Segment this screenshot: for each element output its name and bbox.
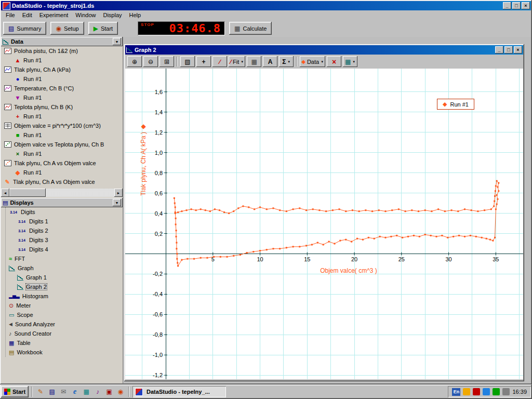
scroll-track[interactable] [9,189,114,197]
task-button-datastudio[interactable]: DataStudio - tepelny_... [132,386,226,397]
minimize-button[interactable]: _ [503,2,511,9]
quick-launch-icon[interactable]: ▦ [82,387,91,396]
display-item-table[interactable]: ▦ Table [6,338,123,348]
text-annotation-button[interactable]: A [263,56,277,67]
menu-bar: File Edit Experiment Window Display Help [1,10,531,20]
taskbar: Start ✎ ▤ ✉ e ▦ ♪ ▣ ◉ DataStudio - tepel… [0,384,532,399]
pencil-icon: ✎ [4,179,10,185]
data-item-teplota[interactable]: Teplota plynu, Ch B (K) [1,102,123,112]
display-item-graph[interactable]: Graph [6,263,123,273]
scroll-right-icon[interactable]: ► [114,189,123,197]
fit-menu-button[interactable]: ∕ Fit ▼ [229,56,245,67]
menu-file[interactable]: File [2,11,19,19]
run-item[interactable]: × Run #1 [1,149,123,158]
svg-text:-0,4: -0,4 [153,291,163,297]
display-item-sound-analyzer[interactable]: ◀ Sound Analyzer [6,320,123,329]
legend[interactable]: ◆ Run #1 [437,99,474,110]
scroll-thumb[interactable] [9,189,46,197]
tray-icon[interactable] [463,388,470,395]
plot-svg[interactable]: 1,61,41,21,00,80,60,40,2-0,2-0,4-0,6-0,8… [125,69,523,379]
start-menu-button[interactable]: Start [1,386,29,397]
plot-area[interactable]: 1,61,41,21,00,80,60,40,2-0,2-0,4-0,6-0,8… [125,69,523,379]
tray-icon[interactable] [502,388,510,395]
display-item-sound-creator[interactable]: ♪ Sound Creator [6,329,123,338]
display-item-digits-3[interactable]: 3.14 Digits 3 [6,235,123,245]
graph-settings-button[interactable]: ▦ ▼ [343,56,357,67]
remove-button[interactable]: × [327,56,341,67]
calculate-tool-button[interactable]: ▦ [247,56,261,67]
display-item-histogram[interactable]: ▂▅▃ Histogram [6,291,123,301]
scroll-left-icon[interactable]: ◄ [1,189,9,197]
displays-panel-dropdown-icon[interactable]: ▼ [113,199,121,206]
zoom-out-button[interactable]: ⊖ [143,56,158,67]
menu-help[interactable]: Help [126,11,145,19]
run-item[interactable]: ● Run #1 [1,74,123,84]
graph-window-titlebar[interactable]: Graph 2 _ □ × [125,45,523,55]
data-item-label: Objem valce vs Teplota plynu, Ch B [14,141,104,148]
quick-launch-icon[interactable]: ▤ [47,387,57,396]
svg-text:0,2: 0,2 [155,231,163,237]
data-item-tlak-vs-objem[interactable]: Tlak plynu, Ch A vs Objem valce [1,158,123,168]
run-item[interactable]: + Run #1 [1,112,123,121]
run-item[interactable]: ▲ Run #1 [1,56,123,65]
display-item-digits-2[interactable]: 3.14 Digits 2 [6,226,123,235]
display-item-digits[interactable]: 3.14 Digits [6,207,123,217]
quick-launch-icon[interactable]: ▣ [104,387,114,396]
quick-launch-icon[interactable]: ♪ [93,387,102,396]
slope-tool-button[interactable]: ∕ [212,56,227,67]
menu-experiment[interactable]: Experiment [36,11,72,19]
data-tree-hscrollbar[interactable]: ◄ ► [1,189,123,197]
fit-dropdown-icon: ▼ [241,60,244,63]
display-item-workbook[interactable]: ▤ Workbook [6,348,123,357]
menu-display[interactable]: Display [99,11,125,19]
run-item[interactable]: ■ Run #1 [1,130,123,140]
graph-minimize-button[interactable]: _ [495,46,503,54]
data-item-objem-vs-teplota[interactable]: Objem valce vs Teplota plynu, Ch B [1,140,123,149]
quick-launch-icon[interactable]: e [70,387,79,396]
data-dropdown-icon: ▼ [321,60,324,63]
data-item-tlak[interactable]: Tlak plynu, Ch A (kPa) [1,65,123,74]
zoom-select-button[interactable]: ⊞ [159,56,174,67]
quick-launch-icon[interactable]: ✉ [59,387,68,396]
data-highlight-button[interactable]: ▧ [180,56,195,67]
menu-edit[interactable]: Edit [19,11,36,19]
statistics-menu-button[interactable]: Σ ▼ [279,56,294,67]
settings-dropdown-icon: ▼ [352,60,355,63]
zoom-in-button[interactable]: ⊕ [127,56,142,67]
maximize-button[interactable]: □ [512,2,521,9]
run-item[interactable]: ▼ Run #1 [1,93,123,102]
timer-value: 03:46.8 [169,22,225,35]
data-item-tlak-vs-objem-2[interactable]: ✎ Tlak plynu, Ch A vs Objem valce [1,177,123,187]
data-source-icon [4,48,11,54]
display-item-digits-4[interactable]: 3.14 Digits 4 [6,245,123,254]
run-item[interactable]: ◆ Run #1 [1,168,123,177]
display-item-fft[interactable]: ≈ FFT [6,254,123,263]
data-item-temperature[interactable]: Temperature, Ch B (°C) [1,84,123,93]
quick-launch-icon[interactable]: ✎ [36,387,45,396]
data-panel-dropdown-icon[interactable]: ▼ [113,38,121,45]
display-label: Digits [21,209,35,215]
display-item-scope[interactable]: ▭ Scope [6,310,123,320]
data-item-poloha[interactable]: Poloha pistu, Ch 1&2 (m) [1,46,123,56]
tray-icon[interactable] [473,388,480,395]
close-button[interactable]: × [522,2,530,9]
data-menu-button[interactable]: ◆ Data ▼ [300,56,325,67]
tray-icon[interactable] [493,388,500,395]
language-indicator[interactable]: En [452,388,460,396]
graph-restore-button[interactable]: □ [504,46,513,54]
summary-button[interactable]: ▤ Summary [3,22,46,35]
menu-window[interactable]: Window [72,11,99,19]
display-item-graph-2[interactable]: Graph 2 [6,282,123,291]
data-item-objem[interactable]: Objem valce = pi*r*r*y*100 (cm^3) [1,121,123,130]
smart-tool-button[interactable]: + [196,56,211,67]
display-item-meter[interactable]: ⊙ Meter [6,301,123,310]
setup-button[interactable]: ◉ Setup [50,22,84,35]
display-item-graph-1[interactable]: Graph 1 [6,273,123,282]
graph-close-button[interactable]: × [514,46,522,54]
start-button[interactable]: ▶ Start [88,22,118,35]
display-item-digits-1[interactable]: 3.14 Digits 1 [6,217,123,226]
calculate-button[interactable]: ▦ Calculate [229,22,272,35]
quick-launch-icon[interactable]: ◉ [116,387,125,396]
tray-icon[interactable] [483,388,490,395]
play-icon: ▶ [94,25,98,32]
